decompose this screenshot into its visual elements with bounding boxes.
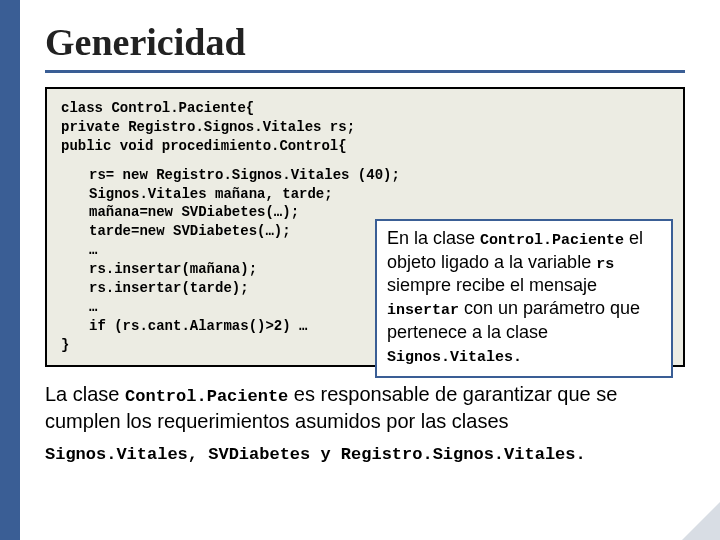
slide-content: Genericidad class Control.Paciente{ priv… [30, 0, 720, 476]
slide-title: Genericidad [45, 20, 695, 64]
code-line: Signos.Vitales mañana, tarde; [89, 185, 669, 204]
annotation-text: siempre recibe el mensaje [387, 275, 597, 295]
annotation-code: rs [596, 256, 614, 273]
code-box: class Control.Paciente{ private Registro… [45, 87, 685, 367]
code-line: class Control.Paciente{ [61, 99, 669, 118]
accent-bar [0, 0, 20, 540]
footer-code: Control.Paciente [125, 387, 288, 406]
footer-span: La clase [45, 383, 125, 405]
code-header: class Control.Paciente{ private Registro… [61, 99, 669, 156]
annotation-code: Control.Paciente [480, 232, 624, 249]
footer-classes: Signos.Vitales, SVDiabetes y Registro.Si… [45, 444, 685, 466]
code-line: public void procedimiento.Control{ [61, 137, 669, 156]
title-underline [45, 70, 685, 73]
annotation-code: insertar [387, 302, 459, 319]
page-corner-fold [682, 502, 720, 540]
footer-text: La clase Control.Paciente es responsable… [45, 381, 685, 466]
annotation-text: En la clase [387, 228, 480, 248]
code-line: rs= new Registro.Signos.Vitales (40); [89, 166, 669, 185]
annotation-code: Signos.Vitales. [387, 349, 522, 366]
code-line: private Registro.Signos.Vitales rs; [61, 118, 669, 137]
annotation-box: En la clase Control.Paciente el objeto l… [375, 219, 673, 378]
